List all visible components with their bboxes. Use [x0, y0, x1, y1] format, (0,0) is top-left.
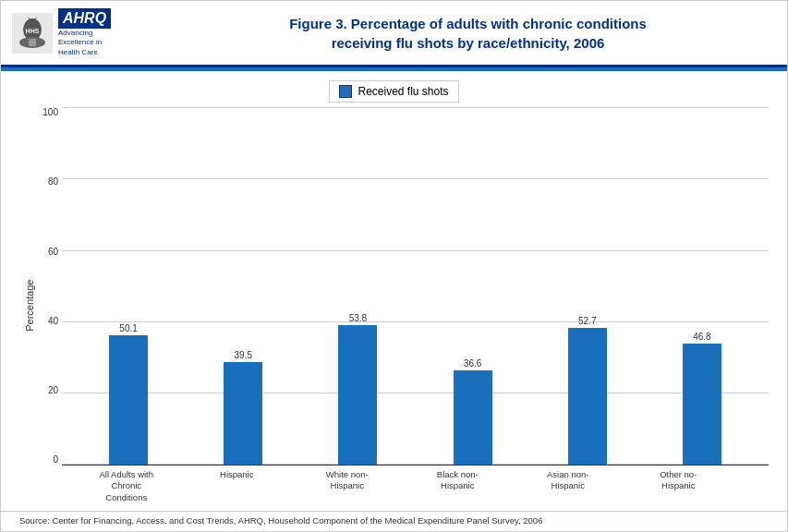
y-tick-20: 20 — [36, 386, 62, 395]
chart-body: Percentage 0 20 40 60 80 100 — [19, 108, 769, 503]
bar — [224, 362, 262, 465]
chart-container: Received flu shots Percentage 0 20 40 60… — [1, 71, 787, 511]
bar-value-label: 39.5 — [235, 350, 252, 360]
y-tick-60: 60 — [36, 248, 62, 257]
bar — [454, 370, 492, 465]
chart-inner: 0 20 40 60 80 100 — [36, 108, 769, 503]
bars-area: 50.139.553.836.652.746.8 — [62, 108, 769, 465]
x-axis-label: Black non- Hispanic — [403, 469, 514, 503]
x-labels: All Adults with Chronic ConditionsHispan… — [36, 466, 769, 503]
bar — [338, 325, 377, 465]
bar-group: 36.6 — [416, 358, 530, 465]
legend-color-box — [339, 85, 352, 98]
bar-group: 53.8 — [300, 313, 415, 465]
chart-plot: 0 20 40 60 80 100 — [36, 108, 769, 465]
ahrq-tagline: AdvancingExcellence inHealth Care — [58, 29, 102, 57]
chart-title-area: Figure 3. Percentage of adults with chro… — [160, 14, 776, 53]
x-axis-label: White non- Hispanic — [292, 469, 403, 503]
legend: Received flu shots — [19, 80, 769, 103]
bar-group: 46.8 — [645, 332, 759, 465]
chart-title-line1: Figure 3. Percentage of adults with chro… — [289, 16, 647, 31]
y-tick-100: 100 — [36, 108, 62, 117]
bar — [568, 328, 607, 465]
legend-label: Received flu shots — [358, 85, 448, 98]
page-container: HHS AHRQ AdvancingExcellence inHealth Ca… — [0, 0, 788, 532]
logo-area: HHS AHRQ AdvancingExcellence inHealth Ca… — [12, 8, 160, 57]
bar-group: 39.5 — [186, 350, 300, 465]
x-axis-label: Other no- Hispanic — [624, 469, 734, 503]
bar — [109, 335, 148, 465]
svg-rect-4 — [29, 39, 36, 46]
y-ticks: 0 20 40 60 80 100 — [36, 108, 62, 465]
y-tick-40: 40 — [36, 317, 62, 326]
footer-text: Source: Center for Financing, Access, an… — [19, 515, 542, 526]
bar-value-label: 36.6 — [464, 358, 481, 369]
bar-value-label: 52.7 — [578, 316, 596, 326]
chart-title-line2: receiving flu shots by race/ethnicity, 2… — [332, 35, 605, 51]
bar-value-label: 50.1 — [119, 323, 137, 333]
header: HHS AHRQ AdvancingExcellence inHealth Ca… — [1, 1, 787, 67]
x-axis-label: Hispanic — [182, 469, 293, 503]
bar-value-label: 46.8 — [693, 332, 710, 342]
bar-group: 52.7 — [530, 316, 645, 465]
bar-value-label: 53.8 — [349, 313, 367, 323]
y-tick-0: 0 — [36, 455, 62, 465]
y-tick-80: 80 — [36, 177, 62, 187]
footer: Source: Center for Financing, Access, an… — [1, 511, 787, 531]
bar — [683, 344, 721, 465]
bar-group: 50.1 — [71, 323, 186, 465]
ahrq-logo: AHRQ AdvancingExcellence inHealth Care — [58, 8, 111, 57]
chart-title: Figure 3. Percentage of adults with chro… — [160, 14, 776, 53]
hhs-logo-icon: HHS — [12, 13, 53, 54]
legend-wrapper: Received flu shots — [329, 80, 458, 103]
y-axis-label: Percentage — [19, 108, 36, 503]
svg-text:HHS: HHS — [26, 28, 40, 34]
x-axis-label: Asian non- Hispanic — [513, 469, 624, 503]
x-axis-label: All Adults with Chronic Conditions — [71, 469, 182, 503]
